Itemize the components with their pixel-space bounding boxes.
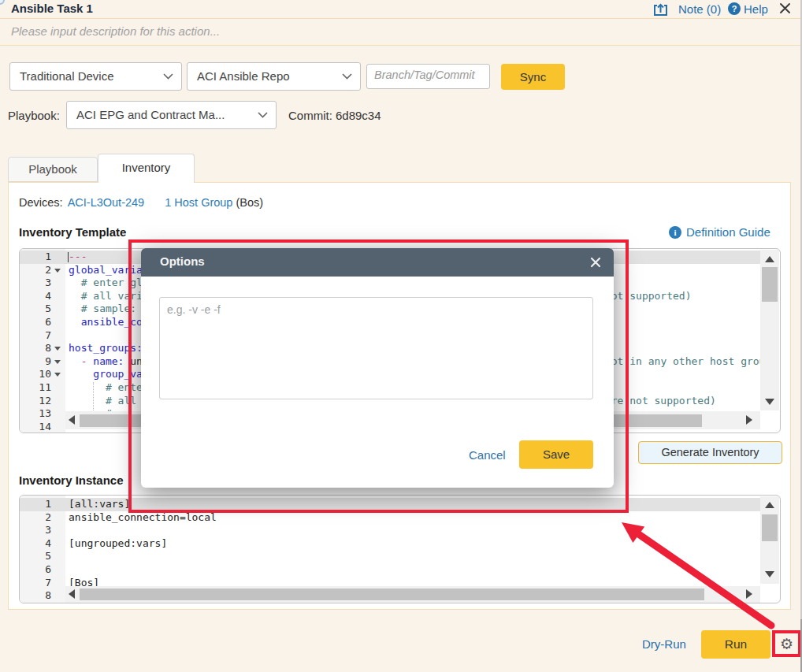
description-input[interactable]: Please input description for this action… (0, 20, 802, 46)
repo-select[interactable]: ACI Ansible Repo (187, 62, 361, 91)
scroll-left-arrow[interactable] (69, 415, 75, 425)
dry-run-link[interactable]: Dry-Run (642, 637, 686, 651)
branch-input[interactable]: Branch/Tag/Commit (366, 64, 490, 89)
branch-placeholder: Branch/Tag/Commit (374, 69, 475, 81)
fold-arrow-icon[interactable] (54, 360, 61, 364)
devices-row: Devices: ACI-L3Out-249 1 Host Group (Bos… (19, 196, 263, 209)
code-token (69, 355, 81, 367)
tab-playbook[interactable]: Playbook (8, 157, 98, 182)
scroll-left-arrow[interactable] (69, 589, 75, 599)
line-number: 4 (20, 537, 51, 549)
code-token (69, 303, 81, 314)
scroll-up-arrow[interactable] (765, 502, 774, 508)
code-token (69, 381, 106, 393)
line-number: 13 (20, 407, 51, 419)
scroll-down-arrow[interactable] (765, 571, 774, 577)
help-icon[interactable]: ? (728, 2, 741, 15)
line-number: 7 (20, 329, 51, 341)
line-number: 11 (20, 381, 51, 393)
device-type-value: Traditional Device (20, 69, 114, 83)
indent-guide (93, 382, 94, 412)
playbook-label: Playbook: (8, 109, 60, 122)
devices-label: Devices: (19, 196, 63, 209)
close-icon[interactable] (779, 2, 791, 14)
line-number: 6 (20, 316, 51, 328)
scroll-up-arrow[interactable] (765, 256, 774, 262)
code-line: 3 (20, 524, 780, 537)
chevron-down-icon (163, 73, 173, 80)
line-number: 3 (20, 524, 51, 536)
line-number: 10 (20, 368, 51, 380)
host-group-link[interactable]: 1 Host Group (165, 196, 232, 209)
line-number: 6 (20, 563, 51, 575)
code-token (69, 368, 93, 380)
info-icon: i (669, 226, 681, 239)
code-token (69, 290, 81, 302)
instance-hthumb[interactable] (80, 588, 704, 600)
window-title: Ansible Task 1 (11, 2, 93, 15)
playbook-value: ACI EPG and Contract Ma... (76, 108, 225, 121)
code-token (69, 316, 81, 328)
note-button[interactable]: Note (0) (678, 2, 721, 16)
sync-button[interactable]: Sync (501, 64, 565, 90)
chevron-down-icon (342, 73, 352, 80)
help-button[interactable]: Help (744, 2, 768, 16)
instance-title: Inventory Instance (19, 473, 124, 487)
sync-label: Sync (520, 70, 546, 84)
template-vthumb[interactable] (762, 267, 778, 302)
code-token (69, 277, 81, 288)
gear-icon[interactable]: ⚙ (775, 633, 798, 654)
generate-inventory-button[interactable]: Generate Inventory (638, 441, 782, 464)
line-number: 1 (20, 498, 51, 510)
commit-text: Commit: 6d89c34 (288, 109, 381, 122)
definition-guide-link[interactable]: Definition Guide (686, 225, 770, 239)
gear-highlight-box: ⚙ (772, 630, 801, 657)
text-caret (68, 252, 69, 262)
code-token: - (81, 355, 94, 367)
code-text: [ungrouped:vars] (69, 537, 760, 549)
fold-arrow-icon[interactable] (54, 269, 61, 273)
device-type-select[interactable]: Traditional Device (9, 62, 182, 91)
line-number: 5 (20, 550, 51, 562)
repo-value: ACI Ansible Repo (197, 69, 290, 83)
code-token: [all:vars] (69, 498, 130, 510)
scroll-right-arrow[interactable] (746, 589, 752, 599)
line-number: 2 (20, 264, 51, 276)
scroll-down-arrow[interactable] (765, 399, 774, 405)
annotation-rectangle (128, 239, 629, 513)
code-token (69, 395, 106, 407)
line-number: 4 (20, 290, 51, 302)
template-title: Inventory Template (19, 225, 126, 239)
scroll-right-arrow[interactable] (746, 415, 752, 425)
generate-inventory-label: Generate Inventory (661, 446, 759, 459)
line-number: 5 (20, 303, 51, 314)
line-number: 8 (20, 342, 51, 354)
chevron-down-icon (258, 112, 268, 118)
line-number: 14 (20, 421, 51, 433)
export-icon[interactable] (653, 3, 668, 17)
tab-playbook-label: Playbook (28, 162, 77, 176)
tab-inventory[interactable]: Inventory (98, 154, 195, 183)
line-number: 7 (20, 577, 51, 588)
code-token: [ungrouped:vars] (69, 537, 167, 549)
run-button[interactable]: Run (701, 630, 770, 659)
code-line: 4[ungrouped:vars] (20, 537, 780, 551)
line-number: 2 (20, 511, 51, 523)
description-placeholder: Please input description for this action… (11, 24, 220, 38)
fold-arrow-icon[interactable] (54, 373, 61, 377)
code-token: --- (69, 251, 87, 262)
code-token: name: (93, 355, 124, 367)
line-number: 3 (20, 277, 51, 288)
code-line: 6 (20, 563, 780, 577)
line-number: 12 (20, 395, 51, 407)
code-line: 2ansible_connection=local (20, 511, 780, 525)
ansible-task-window: Ansible Task 1 Note (0) ? Help Please in… (0, 0, 802, 672)
line-number: 9 (20, 355, 51, 367)
code-line: 5 (20, 550, 780, 563)
host-group-suffix: (Bos) (236, 196, 263, 209)
fold-arrow-icon[interactable] (54, 347, 61, 351)
device-link[interactable]: ACI-L3Out-249 (68, 196, 145, 209)
playbook-select[interactable]: ACI EPG and Contract Ma... (66, 101, 277, 129)
tab-inventory-label: Inventory (122, 161, 171, 174)
instance-vthumb[interactable] (762, 514, 778, 541)
